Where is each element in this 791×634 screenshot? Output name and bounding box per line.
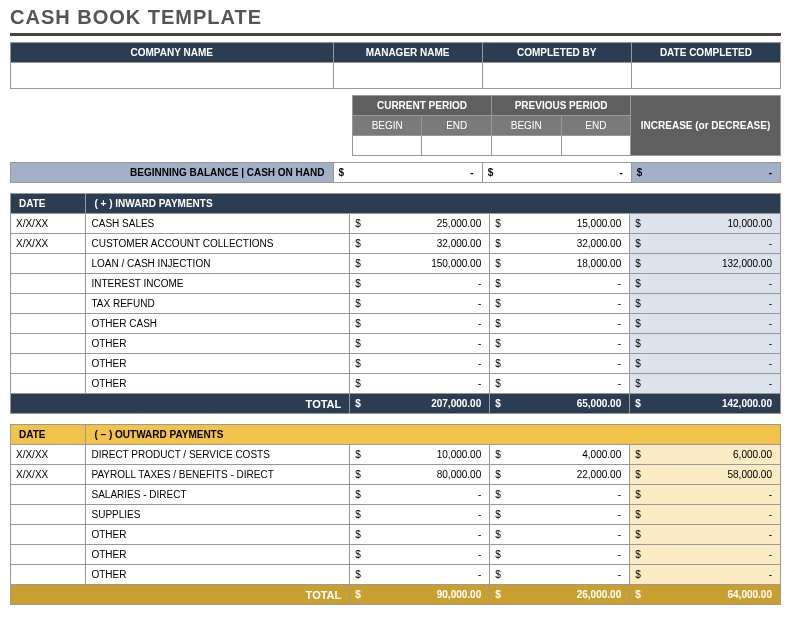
cur-cell[interactable]: $10,000.00 (350, 445, 490, 465)
prev-cell[interactable]: $4,000.00 (490, 445, 630, 465)
outward-total-prev: $26,000.00 (490, 585, 630, 605)
beginning-prev[interactable]: $- (482, 163, 631, 183)
table-row: OTHER$-$-$- (11, 525, 781, 545)
beginning-inc: $- (631, 163, 780, 183)
date-cell[interactable] (11, 505, 86, 525)
label-cell[interactable]: OTHER (86, 334, 350, 354)
inward-total-label: TOTAL (11, 394, 350, 414)
cur-cell[interactable]: $- (350, 334, 490, 354)
date-cell[interactable]: X/X/XX (11, 465, 86, 485)
prev-cell[interactable]: $18,000.00 (490, 254, 630, 274)
info-header-table: COMPANY NAME MANAGER NAME COMPLETED BY D… (10, 42, 781, 89)
prev-cell[interactable]: $- (490, 274, 630, 294)
inc-cell: $- (630, 485, 781, 505)
prev-cell[interactable]: $- (490, 314, 630, 334)
date-cell[interactable] (11, 274, 86, 294)
cur-cell[interactable]: $- (350, 505, 490, 525)
table-row: SALARIES - DIRECT$-$-$- (11, 485, 781, 505)
date-cell[interactable] (11, 525, 86, 545)
inc-cell: $- (630, 294, 781, 314)
company-input[interactable] (11, 63, 334, 89)
label-cell[interactable]: OTHER (86, 525, 350, 545)
date-cell[interactable]: X/X/XX (11, 214, 86, 234)
prev-cell[interactable]: $15,000.00 (490, 214, 630, 234)
cur-cell[interactable]: $- (350, 525, 490, 545)
prev-begin-header: BEGIN (492, 116, 562, 136)
table-row: X/X/XXCASH SALES$25,000.00$15,000.00$10,… (11, 214, 781, 234)
label-cell[interactable]: SALARIES - DIRECT (86, 485, 350, 505)
inward-total-cur: $207,000.00 (350, 394, 490, 414)
label-cell[interactable]: LOAN / CASH INJECTION (86, 254, 350, 274)
cur-cell[interactable]: $- (350, 374, 490, 394)
period-table: CURRENT PERIOD PREVIOUS PERIOD INCREASE … (10, 95, 781, 156)
cur-cell[interactable]: $150,000.00 (350, 254, 490, 274)
prev-cell[interactable]: $32,000.00 (490, 234, 630, 254)
date-cell[interactable] (11, 294, 86, 314)
prev-begin-input[interactable] (492, 136, 562, 156)
label-cell[interactable]: CUSTOMER ACCOUNT COLLECTIONS (86, 234, 350, 254)
completedby-header: COMPLETED BY (482, 43, 631, 63)
prev-end-input[interactable] (561, 136, 631, 156)
table-row: OTHER$-$-$- (11, 545, 781, 565)
cur-cell[interactable]: $- (350, 274, 490, 294)
prev-cell[interactable]: $- (490, 525, 630, 545)
beginning-cur[interactable]: $- (333, 163, 482, 183)
completedby-input[interactable] (482, 63, 631, 89)
table-row: INTEREST INCOME$-$-$- (11, 274, 781, 294)
prev-cell[interactable]: $- (490, 294, 630, 314)
inc-cell: $- (630, 374, 781, 394)
date-cell[interactable] (11, 374, 86, 394)
cur-cell[interactable]: $- (350, 565, 490, 585)
cur-cell[interactable]: $- (350, 545, 490, 565)
prev-cell[interactable]: $- (490, 334, 630, 354)
cur-cell[interactable]: $- (350, 314, 490, 334)
datecompleted-input[interactable] (631, 63, 780, 89)
label-cell[interactable]: OTHER (86, 354, 350, 374)
date-cell[interactable]: X/X/XX (11, 234, 86, 254)
label-cell[interactable]: CASH SALES (86, 214, 350, 234)
label-cell[interactable]: SUPPLIES (86, 505, 350, 525)
cur-cell[interactable]: $- (350, 294, 490, 314)
date-cell[interactable] (11, 565, 86, 585)
label-cell[interactable]: DIRECT PRODUCT / SERVICE COSTS (86, 445, 350, 465)
prev-cell[interactable]: $- (490, 485, 630, 505)
date-cell[interactable] (11, 254, 86, 274)
label-cell[interactable]: TAX REFUND (86, 294, 350, 314)
inward-total-inc: $142,000.00 (630, 394, 781, 414)
label-cell[interactable]: OTHER (86, 565, 350, 585)
label-cell[interactable]: OTHER (86, 545, 350, 565)
prev-cell[interactable]: $- (490, 545, 630, 565)
cur-cell[interactable]: $25,000.00 (350, 214, 490, 234)
manager-input[interactable] (333, 63, 482, 89)
cur-cell[interactable]: $- (350, 485, 490, 505)
cur-cell[interactable]: $- (350, 354, 490, 374)
outward-date-header: DATE (11, 425, 86, 445)
prev-cell[interactable]: $- (490, 374, 630, 394)
table-row: OTHER$-$-$- (11, 565, 781, 585)
date-cell[interactable]: X/X/XX (11, 445, 86, 465)
cur-cell[interactable]: $32,000.00 (350, 234, 490, 254)
page-title: CASH BOOK TEMPLATE (10, 6, 781, 36)
prev-cell[interactable]: $22,000.00 (490, 465, 630, 485)
date-cell[interactable] (11, 485, 86, 505)
date-cell[interactable] (11, 314, 86, 334)
date-cell[interactable] (11, 334, 86, 354)
prev-cell[interactable]: $- (490, 505, 630, 525)
table-row: X/X/XXCUSTOMER ACCOUNT COLLECTIONS$32,00… (11, 234, 781, 254)
date-cell[interactable] (11, 354, 86, 374)
label-cell[interactable]: OTHER CASH (86, 314, 350, 334)
inc-cell: $- (630, 525, 781, 545)
cur-begin-input[interactable] (352, 136, 422, 156)
prev-cell[interactable]: $- (490, 565, 630, 585)
cur-end-input[interactable] (422, 136, 492, 156)
label-cell[interactable]: INTEREST INCOME (86, 274, 350, 294)
inc-cell: $6,000.00 (630, 445, 781, 465)
date-cell[interactable] (11, 545, 86, 565)
label-cell[interactable]: OTHER (86, 374, 350, 394)
table-row: OTHER$-$-$- (11, 334, 781, 354)
cur-cell[interactable]: $80,000.00 (350, 465, 490, 485)
outward-total-cur: $90,000.00 (350, 585, 490, 605)
prev-cell[interactable]: $- (490, 354, 630, 374)
label-cell[interactable]: PAYROLL TAXES / BENEFITS - DIRECT (86, 465, 350, 485)
inward-table: DATE ( + ) INWARD PAYMENTS X/X/XXCASH SA… (10, 193, 781, 414)
